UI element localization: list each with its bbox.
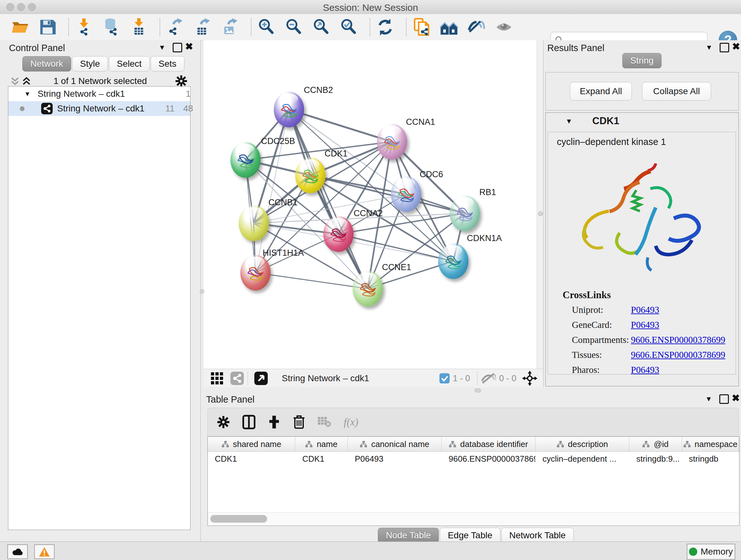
- node-hist1h1a[interactable]: [240, 255, 271, 291]
- delete-column-trash-icon[interactable]: [293, 415, 306, 429]
- control-panel-float-icon[interactable]: [173, 43, 182, 52]
- left-splitter-handle[interactable]: [200, 289, 204, 294]
- hide-glasses-icon[interactable]: [467, 18, 486, 37]
- results-splitter[interactable]: [537, 40, 544, 369]
- network-row[interactable]: String Network – cdk1 11 48: [8, 101, 190, 116]
- network-options-gear-icon[interactable]: [175, 75, 188, 87]
- node-ccnb2[interactable]: [274, 91, 304, 127]
- zoom-out-icon[interactable]: [285, 18, 303, 37]
- export-table-icon[interactable]: [193, 18, 212, 37]
- zoom-fit-icon[interactable]: [312, 18, 331, 37]
- protein-details: cyclin–dependent kinase 1 Cros: [548, 132, 736, 374]
- add-column-icon[interactable]: [268, 415, 280, 429]
- collection-expand-icon[interactable]: ▼: [24, 90, 30, 98]
- cell-namespace[interactable]: stringdb: [682, 452, 739, 466]
- node-cdkn1a[interactable]: [438, 243, 468, 279]
- control-panel-close-icon[interactable]: ✖: [185, 43, 193, 51]
- results-panel-menu-icon[interactable]: ▼: [705, 44, 713, 52]
- cell-canonicalname[interactable]: P06493: [348, 452, 442, 466]
- column-header-id[interactable]: @id: [629, 437, 682, 451]
- tab-network-table[interactable]: Network Table: [501, 528, 574, 543]
- function-builder-icon[interactable]: f(x): [344, 416, 358, 428]
- hidden-eye-icon[interactable]: [481, 372, 496, 384]
- crosslink-link-compartments[interactable]: 9606.ENSP00000378699: [631, 334, 725, 345]
- selected-checkbox-icon[interactable]: [440, 373, 450, 383]
- protein-header[interactable]: ▼ CDK1: [546, 113, 738, 131]
- tab-string[interactable]: String: [622, 53, 662, 68]
- cell-databaseidentifier[interactable]: 9606.ENSP00000378699: [442, 452, 536, 466]
- import-database-icon[interactable]: [102, 18, 121, 37]
- tab-edge-table[interactable]: Edge Table: [440, 528, 500, 543]
- column-header-name[interactable]: name: [295, 437, 348, 451]
- network-canvas[interactable]: CCNB2CCNA1CDC25BCDK1CDC6RB1CCNB1CCNA2CDK…: [204, 40, 537, 369]
- zoom-in-icon[interactable]: [257, 18, 276, 37]
- results-panel-close-icon[interactable]: ✖: [732, 43, 740, 51]
- table-panel-menu-icon[interactable]: ▼: [705, 395, 712, 403]
- save-session-icon[interactable]: [38, 18, 57, 37]
- collapse-all-button[interactable]: Collapse All: [642, 82, 711, 101]
- copy-network-icon[interactable]: [412, 18, 431, 37]
- import-table-icon[interactable]: [130, 18, 148, 37]
- import-network-icon[interactable]: [75, 18, 93, 37]
- tab-sets[interactable]: Sets: [151, 56, 185, 71]
- node-label-ccna1: CCNA1: [406, 117, 435, 127]
- tab-node-table[interactable]: Node Table: [378, 528, 439, 543]
- node-ccna2[interactable]: [323, 216, 354, 252]
- node-cdc6[interactable]: [391, 176, 421, 212]
- cell-description[interactable]: cyclin–dependent ...: [536, 452, 629, 466]
- cell-name[interactable]: CDK1: [295, 452, 348, 466]
- cell-id[interactable]: stringdb:9...: [629, 452, 682, 466]
- protein-collapse-icon[interactable]: ▼: [565, 117, 572, 125]
- export-image-icon[interactable]: [221, 18, 239, 37]
- node-cdc25b[interactable]: [230, 142, 261, 178]
- node-ccnb1[interactable]: [239, 205, 269, 241]
- column-header-description[interactable]: description: [536, 437, 629, 451]
- warning-button[interactable]: [34, 544, 55, 559]
- column-header-canonicalname[interactable]: canonical name: [348, 437, 442, 451]
- fit-selected-icon[interactable]: [254, 372, 268, 385]
- column-header-namespace[interactable]: namespace: [682, 437, 739, 451]
- control-panel-menu-icon[interactable]: ▼: [158, 44, 165, 52]
- network-collection-row[interactable]: ▼ String Network – cdk1 1: [8, 86, 190, 101]
- table-scrollbar-thumb[interactable]: [210, 515, 267, 523]
- open-session-icon[interactable]: [11, 18, 29, 37]
- table-panel-close-icon[interactable]: ✖: [732, 394, 740, 402]
- crosslink-link-uniprot[interactable]: P06493: [631, 305, 659, 315]
- expand-all-button[interactable]: Expand All: [570, 82, 632, 101]
- grid-view-icon[interactable]: [211, 372, 223, 385]
- birds-eye-share-icon[interactable]: [230, 372, 244, 385]
- node-cdk1[interactable]: [295, 158, 326, 193]
- node-ccna1[interactable]: [377, 124, 407, 160]
- results-panel-float-icon[interactable]: [720, 43, 729, 52]
- memory-button[interactable]: Memory: [687, 544, 735, 560]
- table-panel: Table Panel ▼ ✖ f(x) shared namenamecano…: [204, 387, 741, 542]
- column-header-sharedname[interactable]: shared name: [208, 437, 295, 451]
- node-ccne1[interactable]: [353, 271, 383, 307]
- table-settings-gear-icon[interactable]: [217, 415, 230, 429]
- crosslink-link-genecard[interactable]: P06493: [631, 320, 659, 330]
- pan-crosshair-icon[interactable]: [522, 371, 537, 386]
- refresh-layout-icon[interactable]: [376, 18, 394, 37]
- cloud-button[interactable]: [7, 544, 28, 559]
- results-splitter-handle[interactable]: [538, 211, 543, 216]
- show-eye-icon[interactable]: [495, 18, 513, 37]
- export-network-icon[interactable]: [166, 18, 185, 37]
- show-columns-icon[interactable]: [242, 415, 256, 429]
- table-row[interactable]: CDK1CDK1P064939606.ENSP00000378699cyclin…: [208, 452, 739, 466]
- zoom-selected-icon[interactable]: [340, 18, 358, 37]
- delete-table-icon[interactable]: [318, 417, 332, 428]
- table-horizontal-scrollbar[interactable]: [208, 512, 738, 525]
- cell-sharedname[interactable]: CDK1: [208, 452, 295, 466]
- tab-select[interactable]: Select: [109, 56, 150, 71]
- results-panel: Results Panel ▼ ✖ String Expand All Coll…: [543, 40, 741, 387]
- crosslink-link-pharos[interactable]: P06493: [631, 365, 659, 374]
- crosslink-link-tissues[interactable]: 9606.ENSP00000378699: [631, 350, 725, 360]
- table-panel-float-icon[interactable]: [719, 394, 729, 404]
- node-rb1[interactable]: [450, 195, 480, 231]
- string-query-icon[interactable]: [440, 18, 458, 37]
- network-current-dot-icon: [20, 106, 24, 111]
- table-splitter-handle[interactable]: [475, 388, 481, 392]
- column-header-databaseidentifier[interactable]: database identifier: [442, 437, 536, 451]
- tab-network[interactable]: Network: [22, 56, 71, 71]
- tab-style[interactable]: Style: [72, 56, 108, 71]
